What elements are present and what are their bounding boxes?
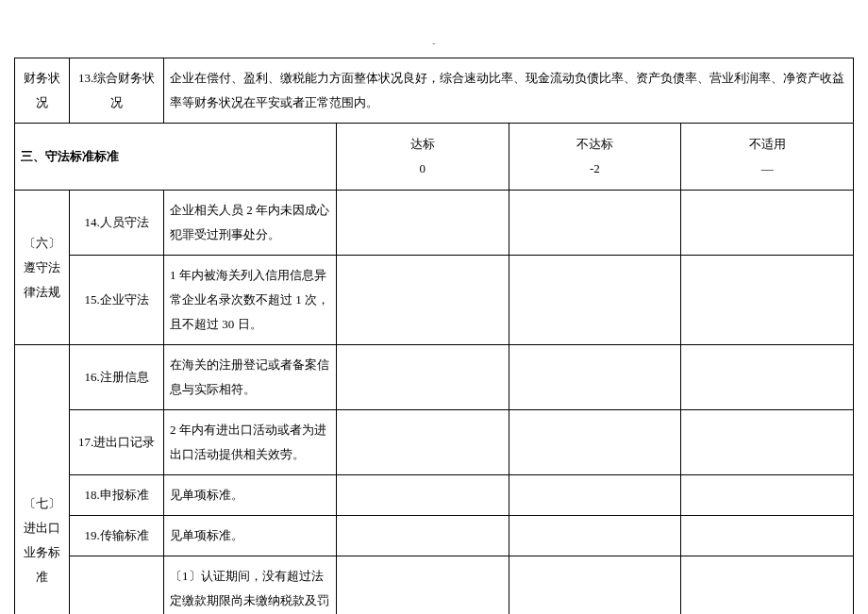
item-cell: 16.注册信息 <box>70 345 164 410</box>
score-cell <box>336 556 509 615</box>
item-cell: 17.进出口记录 <box>70 410 164 475</box>
score-cell <box>509 475 681 516</box>
score-label: 达标 <box>410 137 435 151</box>
score-cell <box>681 556 854 615</box>
table-row: 〔七〕进出口业务标准 16.注册信息 在海关的注册登记或者备案信息与实际相符。 <box>15 345 854 410</box>
score-cell <box>681 256 854 345</box>
score-cell <box>681 345 854 410</box>
score-cell <box>336 516 509 556</box>
desc-cell: 企业相关人员 2 年内未因成心犯罪受过刑事处分。 <box>164 191 337 256</box>
desc-cell: 见单项标准。 <box>164 516 337 556</box>
score-value: -2 <box>590 161 600 175</box>
table-row: 〔六〕遵守法律法规 14.人员守法 企业相关人员 2 年内未因成心犯罪受过刑事处… <box>15 191 854 256</box>
score-header: 不适用 — <box>681 124 854 191</box>
score-cell <box>681 410 854 475</box>
score-cell <box>509 256 681 345</box>
score-cell <box>509 191 681 256</box>
desc-cell: 在海关的注册登记或者备案信息与实际相符。 <box>164 345 337 410</box>
score-cell <box>509 345 681 410</box>
item-cell: 20.税款缴纳 <box>70 556 164 615</box>
score-label: 不适用 <box>749 137 786 151</box>
score-header: 不达标 -2 <box>509 124 681 191</box>
score-cell <box>336 191 509 256</box>
score-cell <box>336 410 509 475</box>
score-cell <box>509 410 681 475</box>
table-row: 17.进出口记录 2 年内有进出口活动或者为进出口活动提供相关效劳。 <box>15 410 854 475</box>
table-row: 18.申报标准 见单项标准。 <box>15 475 854 516</box>
score-cell <box>681 191 854 256</box>
item-cell: 14.人员守法 <box>70 191 164 256</box>
table-row: 20.税款缴纳 〔1〕认证期间，没有超过法定缴款期限尚未缴纳税款及罚没款项的情形… <box>15 556 854 615</box>
table-row: 财务状况 13.综合财务状况 企业在偿付、盈利、缴税能力方面整体状况良好，综合速… <box>15 58 854 124</box>
desc-cell: 见单项标准。 <box>164 475 337 516</box>
score-header: 达标 0 <box>336 124 509 191</box>
page-top-marker: - <box>14 38 854 48</box>
score-cell <box>336 256 509 345</box>
desc-cell: 2 年内有进出口活动或者为进出口活动提供相关效劳。 <box>164 410 337 475</box>
standards-table: 财务状况 13.综合财务状况 企业在偿付、盈利、缴税能力方面整体状况良好，综合速… <box>14 58 854 614</box>
category-cell: 财务状况 <box>15 58 70 124</box>
score-cell <box>681 516 854 556</box>
table-row: 15.企业守法 1 年内被海关列入信用信息异常企业名录次数不超过 1 次，且不超… <box>15 256 854 345</box>
category-cell: 〔七〕进出口业务标准 <box>15 345 70 615</box>
score-cell <box>509 556 681 615</box>
item-cell: 19.传输标准 <box>70 516 164 556</box>
section-header-row: 三、守法标准标准 达标 0 不达标 -2 不适用 — <box>15 124 854 191</box>
score-cell <box>336 475 509 516</box>
score-cell <box>509 516 681 556</box>
category-cell: 〔六〕遵守法律法规 <box>15 191 70 345</box>
score-value: 0 <box>419 161 426 175</box>
item-cell: 13.综合财务状况 <box>70 58 164 124</box>
table-row: 19.传输标准 见单项标准。 <box>15 516 854 556</box>
score-label: 不达标 <box>576 137 613 151</box>
score-cell <box>336 345 509 410</box>
item-cell: 15.企业守法 <box>70 256 164 345</box>
desc-cell: 企业在偿付、盈利、缴税能力方面整体状况良好，综合速动比率、现金流动负债比率、资产… <box>164 58 854 124</box>
section-title: 三、守法标准标准 <box>15 124 337 191</box>
item-cell: 18.申报标准 <box>70 475 164 516</box>
score-value: — <box>761 161 774 175</box>
desc-cell: 〔1〕认证期间，没有超过法定缴款期限尚未缴纳税款及罚没款项的情形。 <box>164 556 337 615</box>
desc-cell: 1 年内被海关列入信用信息异常企业名录次数不超过 1 次，且不超过 30 日。 <box>164 256 337 345</box>
score-cell <box>681 475 854 516</box>
